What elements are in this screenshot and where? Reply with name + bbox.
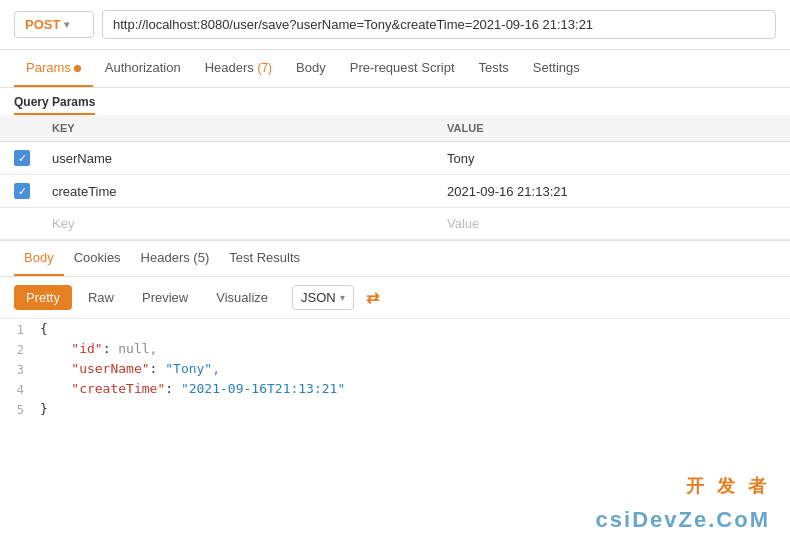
json-format-selector[interactable]: JSON ▾ [292,285,354,310]
row1-checkbox[interactable] [14,150,30,166]
val-datetime: "2021-09-16T21:13:21" [181,381,345,396]
row1-checkbox-cell [0,142,38,175]
tab-authorization-label: Authorization [105,60,181,75]
row2-value-cell: 2021-09-16 21:13:21 [433,175,790,208]
query-params-label: Query Params [14,95,95,115]
tab-settings-label: Settings [533,60,580,75]
tab-prerequest-label: Pre-request Script [350,60,455,75]
body-tab-label: Body [24,250,54,265]
method-selector[interactable]: POST ▾ [14,11,94,38]
table-row: Key Value [0,208,790,240]
fmt-raw-button[interactable]: Raw [76,285,126,310]
chevron-down-icon: ▾ [64,19,69,30]
format-row: Pretty Raw Preview Visualize JSON ▾ ⇄ [0,277,790,319]
value-column-header: VALUE [433,115,790,142]
row3-key-placeholder: Key [52,216,74,231]
code-line-1: 1 { [0,319,790,339]
result-headers-label: Headers (5) [141,250,210,265]
key-column-header: KEY [38,115,433,142]
table-header-row: KEY VALUE [0,115,790,142]
row2-key: createTime [52,184,117,199]
open-brace: { [40,321,48,336]
params-dot [74,65,81,72]
key-id: "id" [40,341,103,356]
fmt-pretty-button[interactable]: Pretty [14,285,72,310]
tab-settings[interactable]: Settings [521,50,592,87]
fmt-preview-button[interactable]: Preview [130,285,200,310]
line-num-1: 1 [0,321,40,337]
row2-checkbox-cell [0,175,38,208]
body-result-tab-body[interactable]: Body [14,241,64,276]
tab-headers[interactable]: Headers (7) [193,50,284,87]
tab-body[interactable]: Body [284,50,338,87]
code-line-4: 4 "createTime": "2021-09-16T21:13:21" [0,379,790,399]
line-num-5: 5 [0,401,40,417]
tab-prerequest[interactable]: Pre-request Script [338,50,467,87]
val-tony: "Tony", [165,361,220,376]
line-content-4: "createTime": "2021-09-16T21:13:21" [40,381,790,396]
code-line-3: 3 "userName": "Tony", [0,359,790,379]
row2-value: 2021-09-16 21:13:21 [447,184,568,199]
table-row: createTime 2021-09-16 21:13:21 [0,175,790,208]
row1-value: Tony [447,151,474,166]
wrap-icon[interactable]: ⇄ [366,288,379,307]
line-content-2: "id": null, [40,341,790,356]
json-chevron-icon: ▾ [340,292,345,303]
body-result-tab-cookies[interactable]: Cookies [64,241,131,276]
tab-tests-label: Tests [479,60,509,75]
row2-key-cell: createTime [38,175,433,208]
close-brace: } [40,401,48,416]
fmt-visualize-button[interactable]: Visualize [204,285,280,310]
key-createtime: "createTime" [40,381,165,396]
row3-key-cell[interactable]: Key [38,208,433,240]
tab-body-label: Body [296,60,326,75]
tab-headers-label: Headers (7) [205,60,272,75]
tab-authorization[interactable]: Authorization [93,50,193,87]
tab-params[interactable]: Params [14,50,93,87]
test-results-label: Test Results [229,250,300,265]
row1-value-cell: Tony [433,142,790,175]
params-table: KEY VALUE userName Tony [0,115,790,240]
result-headers-badge: (5) [193,250,209,265]
query-params-label-row: Query Params [0,88,790,115]
url-bar: POST ▾ [0,0,790,50]
cookies-tab-label: Cookies [74,250,121,265]
json-format-label: JSON [301,290,336,305]
checkbox-header [0,115,38,142]
site-watermark: csiDevZe.CoM [596,507,770,533]
row3-value-placeholder: Value [447,216,479,231]
body-result-tab-testresults[interactable]: Test Results [219,241,310,276]
method-label: POST [25,17,60,32]
body-tabs-row: Body Cookies Headers (5) Test Results [0,241,790,277]
row3-value-cell[interactable]: Value [433,208,790,240]
headers-badge: (7) [257,61,272,75]
line-num-4: 4 [0,381,40,397]
tab-params-label: Params [26,60,71,75]
colon-1: : [103,341,119,356]
main-tabs-row: Params Authorization Headers (7) Body Pr… [0,50,790,88]
row2-checkbox[interactable] [14,183,30,199]
line-content-1: { [40,321,790,336]
line-num-2: 2 [0,341,40,357]
main-container: POST ▾ Params Authorization Headers (7) … [0,0,790,553]
row1-key-cell: userName [38,142,433,175]
row1-key: userName [52,151,112,166]
line-content-3: "userName": "Tony", [40,361,790,376]
code-line-5: 5 } [0,399,790,419]
line-content-5: } [40,401,790,416]
kaifa-watermark: 开 发 者 [686,474,770,498]
table-row: userName Tony [0,142,790,175]
colon-2: : [150,361,166,376]
code-line-2: 2 "id": null, [0,339,790,359]
line-num-3: 3 [0,361,40,377]
row3-checkbox-cell [0,208,38,240]
tab-tests[interactable]: Tests [467,50,521,87]
url-input[interactable] [102,10,776,39]
colon-3: : [165,381,181,396]
val-null: null, [118,341,157,356]
key-username: "userName" [40,361,150,376]
code-area: 1 { 2 "id": null, 3 "userName": "Tony", … [0,319,790,419]
body-result-tab-headers[interactable]: Headers (5) [131,241,220,276]
